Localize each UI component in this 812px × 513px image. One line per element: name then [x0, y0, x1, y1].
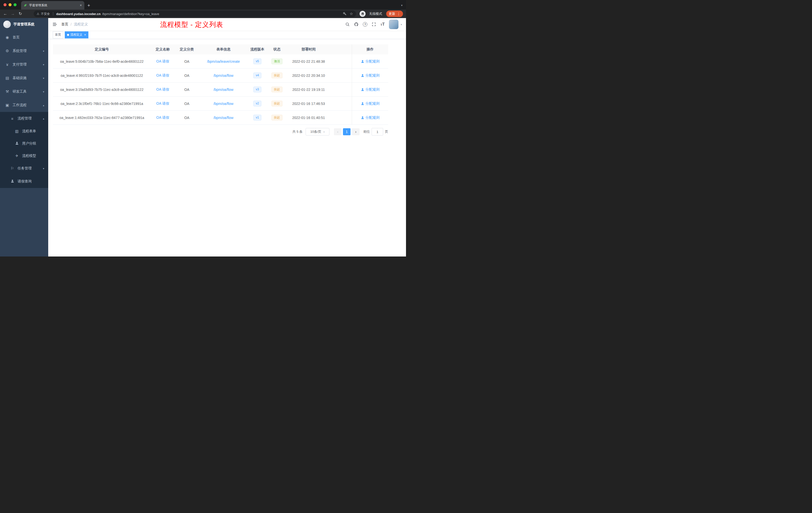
tags-bar: 首页 流程定义 ×: [48, 31, 406, 39]
security-label: 不安全: [41, 12, 50, 16]
address-bar[interactable]: ⚠ 不安全 dashboard.yudao.iocoder.cn /bpm/ma…: [34, 10, 356, 17]
app-frame: 芋道管理系统 ◉ 首页 ⚙ 系统管理 ▾ ¥ 支付管理 ▾ ▤ 基础设施 ▾: [0, 18, 406, 256]
breadcrumb: 首页 / 流程定义: [61, 22, 88, 27]
definition-name-link[interactable]: OA 请假: [151, 59, 175, 64]
definition-name-link[interactable]: OA 请假: [151, 73, 175, 78]
sidebar-item-infrastructure[interactable]: ▤ 基础设施 ▾: [0, 71, 48, 85]
close-window-button[interactable]: [3, 3, 6, 6]
definition-category: OA: [175, 59, 199, 63]
list-icon: ≡: [10, 117, 14, 121]
form-link[interactable]: /bpm/oa/flow: [199, 102, 248, 105]
sidebar-item-process-form[interactable]: ▥ 流程表单: [0, 125, 48, 137]
workflow-icon: ▣: [5, 103, 9, 108]
hamburger-icon[interactable]: [52, 22, 57, 27]
sidebar-item-payment[interactable]: ¥ 支付管理 ▾: [0, 58, 48, 71]
tab-close-icon[interactable]: ×: [80, 3, 82, 7]
avatar-caret-icon[interactable]: ▾: [401, 23, 402, 26]
person-icon: [361, 116, 364, 119]
person-icon: [361, 88, 364, 91]
definition-name-link[interactable]: OA 请假: [151, 87, 175, 92]
deploy-time: 2022-01-22 20:34:10: [287, 73, 330, 78]
workflow-submenu: ≡ 流程管理 ▴ ▥ 流程表单 用户分组 ✈ 流程模型: [0, 112, 48, 188]
deploy-time: 2022-01-22 19:19:11: [287, 88, 330, 92]
infrastructure-icon: ▤: [5, 76, 9, 80]
page-number-button[interactable]: 1: [343, 128, 350, 135]
chevron-down-icon: ▾: [43, 77, 44, 80]
tools-icon: ⚒: [5, 89, 9, 94]
breadcrumb-home[interactable]: 首页: [61, 22, 68, 27]
assign-rule-link[interactable]: 分配规则: [361, 87, 380, 92]
chevron-up-icon: ▴: [43, 104, 44, 107]
assign-rule-link[interactable]: 分配规则: [361, 101, 380, 106]
logo-avatar: [3, 21, 11, 28]
person-icon: [361, 74, 364, 77]
status-badge: 挂起: [271, 72, 283, 78]
assign-rule-link[interactable]: 分配规则: [361, 73, 380, 78]
tag-process-definition[interactable]: 流程定义 ×: [65, 31, 88, 38]
font-size-icon[interactable]: TT: [380, 22, 385, 26]
tab-search-icon[interactable]: ▾: [401, 4, 403, 7]
chevron-down-icon: ▾: [323, 130, 325, 133]
new-tab-button[interactable]: +: [87, 3, 90, 8]
sidebar-item-process-management[interactable]: ≡ 流程管理 ▴: [0, 112, 48, 125]
version-badge: v1: [253, 115, 262, 120]
key-icon[interactable]: [343, 12, 347, 16]
tab-title: 芋道管理系统: [29, 3, 78, 7]
person-icon: [361, 60, 364, 63]
tab-strip: 芋道管理系统 × + ▾: [0, 0, 406, 9]
reload-button[interactable]: ↻: [18, 12, 23, 16]
browser-window: 芋道管理系统 × + ▾ ← → ↻ ⚠ 不安全 dashboard.yudao…: [0, 0, 406, 256]
tab-favicon: [24, 3, 27, 7]
maximize-window-button[interactable]: [13, 3, 17, 6]
assign-rule-link[interactable]: 分配规则: [361, 116, 380, 120]
header-status: 状态: [267, 47, 287, 52]
definition-id: oa_leave:4:991f2193-7b7f-11ec-a3c8-acde4…: [53, 73, 151, 78]
assign-rule-link[interactable]: 分配规则: [361, 59, 380, 64]
tag-close-icon[interactable]: ×: [84, 33, 86, 36]
form-link[interactable]: /bpm/oa/flow: [199, 73, 248, 78]
sidebar-item-process-model[interactable]: ✈ 流程模型: [0, 150, 48, 162]
security-warning-icon: ⚠: [37, 12, 39, 16]
tag-home[interactable]: 首页: [53, 31, 63, 38]
paper-plane-icon: ✈: [14, 154, 19, 158]
form-link[interactable]: /bpm/oa/flow: [199, 116, 248, 120]
help-icon[interactable]: ?: [363, 22, 367, 27]
sidebar-item-system[interactable]: ⚙ 系统管理 ▾: [0, 44, 48, 58]
form-link[interactable]: /bpm/oa/leave/create: [199, 59, 248, 63]
next-page-button[interactable]: ›: [352, 128, 359, 135]
header-process-version: 流程版本: [248, 47, 267, 52]
forward-button[interactable]: →: [10, 12, 16, 16]
deploy-time: 2022-01-22 21:48:38: [287, 59, 330, 63]
table-row: oa_leave:1:482ec033-762a-11ec-8477-a2380…: [53, 111, 388, 125]
window-controls: [2, 0, 19, 9]
definition-category: OA: [175, 88, 199, 92]
github-icon[interactable]: [354, 22, 358, 27]
sidebar-item-task-management[interactable]: ⚐ 任务管理 ▾: [0, 162, 48, 175]
sidebar: 芋道管理系统 ◉ 首页 ⚙ 系统管理 ▾ ¥ 支付管理 ▾ ▤ 基础设施 ▾: [0, 18, 48, 256]
fullscreen-icon[interactable]: [372, 22, 376, 27]
incognito-icon: [359, 11, 366, 17]
status-badge: 挂起: [271, 87, 283, 92]
bookmark-star-icon[interactable]: ☆: [350, 11, 353, 16]
definition-name-link[interactable]: OA 请假: [151, 116, 175, 120]
search-icon[interactable]: [345, 22, 350, 27]
sidebar-item-user-group[interactable]: 用户分组: [0, 137, 48, 150]
chrome-update-button[interactable]: 更新 ⋮: [386, 10, 403, 17]
prev-page-button[interactable]: ‹: [334, 128, 342, 135]
version-badge: v4: [253, 72, 262, 78]
deploy-time: 2022-01-16 01:40:51: [287, 116, 330, 120]
sidebar-item-leave-query[interactable]: 请假查询: [0, 175, 48, 188]
header-definition-name: 定义名称: [151, 47, 175, 52]
back-button[interactable]: ←: [2, 12, 8, 16]
minimize-window-button[interactable]: [8, 3, 11, 6]
sidebar-item-devtools[interactable]: ⚒ 研发工具 ▾: [0, 85, 48, 98]
user-avatar[interactable]: [389, 20, 399, 29]
sidebar-item-workflow[interactable]: ▣ 工作流程 ▴: [0, 98, 48, 112]
page-size-select[interactable]: 10条/页 ▾: [306, 128, 329, 135]
goto-page-input[interactable]: [372, 128, 383, 135]
sidebar-item-home[interactable]: ◉ 首页: [0, 31, 48, 44]
definition-name-link[interactable]: OA 请假: [151, 101, 175, 106]
form-link[interactable]: /bpm/oa/flow: [199, 88, 248, 92]
browser-tab[interactable]: 芋道管理系统 ×: [21, 1, 84, 9]
url-domain: dashboard.yudao.iocoder.cn: [56, 12, 101, 16]
